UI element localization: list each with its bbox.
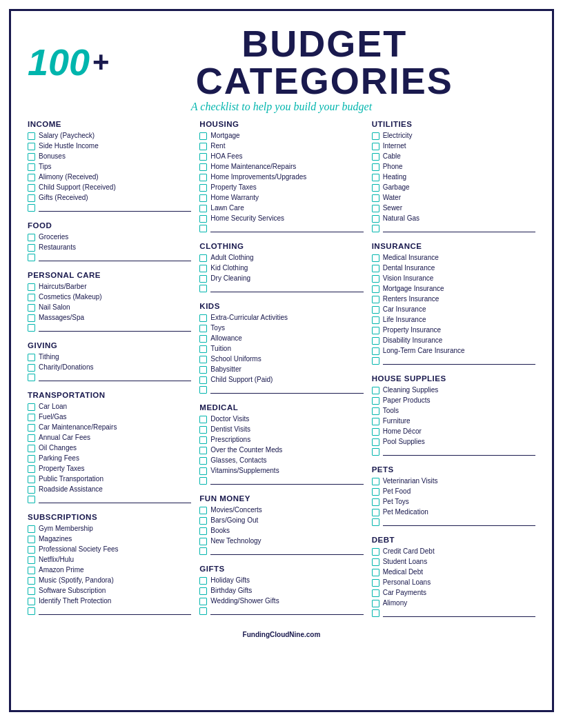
- list-item[interactable]: Car Loan: [28, 402, 191, 412]
- list-item[interactable]: Mortgage Insurance: [372, 284, 535, 294]
- checkbox-icon[interactable]: [28, 546, 35, 554]
- blank-checkbox[interactable]: [372, 357, 379, 365]
- list-item[interactable]: Gifts (Received): [28, 193, 191, 203]
- checkbox-icon[interactable]: [28, 153, 35, 161]
- checkbox-icon[interactable]: [28, 434, 35, 442]
- checkbox-icon[interactable]: [372, 275, 379, 283]
- checkbox-icon[interactable]: [28, 174, 35, 181]
- list-item[interactable]: Home Maintenance/Repairs: [199, 162, 363, 172]
- checkbox-icon[interactable]: [372, 407, 379, 415]
- blank-checkbox[interactable]: [199, 225, 207, 232]
- list-item[interactable]: Netflix/Hulu: [28, 555, 191, 565]
- list-item[interactable]: Nail Salon: [28, 303, 191, 312]
- blank-checkbox[interactable]: [372, 448, 379, 456]
- blank-checkbox[interactable]: [199, 547, 207, 555]
- checkbox-icon[interactable]: [372, 478, 379, 485]
- checkbox-icon[interactable]: [28, 587, 35, 595]
- list-item[interactable]: Pool Supplies: [372, 437, 535, 447]
- checkbox-icon[interactable]: [372, 397, 379, 405]
- checkbox-icon[interactable]: [199, 325, 207, 332]
- list-item[interactable]: New Technology: [199, 536, 363, 546]
- checkbox-icon[interactable]: [372, 569, 379, 576]
- checkbox-icon[interactable]: [372, 347, 379, 355]
- checkbox-icon[interactable]: [199, 587, 207, 595]
- list-item[interactable]: Personal Loans: [372, 578, 535, 587]
- checkbox-icon[interactable]: [28, 525, 35, 533]
- checkbox-icon[interactable]: [199, 153, 207, 161]
- checkbox-icon[interactable]: [372, 215, 379, 223]
- checkbox-icon[interactable]: [372, 153, 379, 161]
- list-item[interactable]: Home Security Services: [199, 214, 363, 223]
- list-item[interactable]: Car Insurance: [372, 305, 535, 314]
- list-item[interactable]: Tuition: [199, 344, 363, 354]
- list-item[interactable]: Alimony (Received): [28, 172, 191, 182]
- list-item[interactable]: Doctor Visits: [199, 414, 363, 424]
- list-item[interactable]: Credit Card Debt: [372, 547, 535, 556]
- list-item[interactable]: School Uniforms: [199, 354, 363, 364]
- blank-checkbox[interactable]: [372, 225, 379, 232]
- checkbox-icon[interactable]: [372, 418, 379, 425]
- list-item[interactable]: Software Subscription: [28, 586, 191, 596]
- checkbox-icon[interactable]: [372, 184, 379, 192]
- checkbox-icon[interactable]: [372, 296, 379, 303]
- list-item[interactable]: Car Payments: [372, 588, 535, 598]
- checkbox-icon[interactable]: [199, 457, 207, 465]
- checkbox-icon[interactable]: [199, 215, 207, 223]
- checkbox-icon[interactable]: [199, 436, 207, 444]
- list-item[interactable]: Furniture: [372, 416, 535, 426]
- list-item[interactable]: Bars/Going Out: [199, 516, 363, 525]
- checkbox-icon[interactable]: [199, 132, 207, 140]
- checkbox-icon[interactable]: [199, 366, 207, 374]
- checkbox-icon[interactable]: [28, 364, 35, 372]
- checkbox-icon[interactable]: [199, 507, 207, 514]
- blank-checkbox[interactable]: [199, 477, 207, 485]
- list-item[interactable]: Movies/Concerts: [199, 505, 363, 515]
- checkbox-icon[interactable]: [28, 143, 35, 150]
- checkbox-icon[interactable]: [372, 327, 379, 334]
- blank-checkbox[interactable]: [28, 254, 35, 261]
- list-item[interactable]: Side Hustle Income: [28, 141, 191, 151]
- checkbox-icon[interactable]: [372, 548, 379, 556]
- checkbox-icon[interactable]: [199, 184, 207, 192]
- list-item[interactable]: Rent: [199, 141, 363, 151]
- list-item[interactable]: Parking Fees: [28, 454, 191, 463]
- checkbox-icon[interactable]: [372, 285, 379, 293]
- list-item[interactable]: Paper Products: [372, 396, 535, 405]
- checkbox-icon[interactable]: [199, 143, 207, 150]
- list-item[interactable]: Pet Food: [372, 487, 535, 496]
- checkbox-icon[interactable]: [28, 354, 35, 361]
- checkbox-icon[interactable]: [199, 163, 207, 171]
- list-item[interactable]: Extra-Curricular Activities: [199, 313, 363, 323]
- checkbox-icon[interactable]: [28, 486, 35, 494]
- list-item[interactable]: Over the Counter Meds: [199, 445, 363, 455]
- list-item[interactable]: Allowance: [199, 334, 363, 343]
- list-item[interactable]: Vitamins/Supplements: [199, 466, 363, 476]
- list-item[interactable]: Long-Term Care Insurance: [372, 346, 535, 356]
- list-item[interactable]: Disability Insurance: [372, 336, 535, 345]
- checkbox-icon[interactable]: [28, 244, 35, 252]
- checkbox-icon[interactable]: [199, 447, 207, 454]
- list-item[interactable]: Home Warranty: [199, 193, 363, 203]
- checkbox-icon[interactable]: [199, 174, 207, 181]
- list-item[interactable]: Professional Society Fees: [28, 545, 191, 554]
- list-item[interactable]: Phone: [372, 162, 535, 172]
- checkbox-icon[interactable]: [372, 337, 379, 345]
- checkbox-icon[interactable]: [372, 316, 379, 324]
- list-item[interactable]: Property Taxes: [199, 183, 363, 192]
- checkbox-icon[interactable]: [199, 345, 207, 353]
- checkbox-icon[interactable]: [28, 577, 35, 585]
- checkbox-icon[interactable]: [28, 283, 35, 291]
- checkbox-icon[interactable]: [199, 517, 207, 525]
- blank-checkbox[interactable]: [199, 386, 207, 394]
- checkbox-icon[interactable]: [372, 143, 379, 150]
- list-item[interactable]: Cleaning Supplies: [372, 385, 535, 395]
- list-item[interactable]: Prescriptions: [199, 435, 363, 445]
- blank-checkbox[interactable]: [199, 285, 207, 292]
- list-item[interactable]: Property Insurance: [372, 325, 535, 335]
- list-item[interactable]: Glasses, Contacts: [199, 456, 363, 465]
- list-item[interactable]: Public Transportation: [28, 474, 191, 484]
- checkbox-icon[interactable]: [28, 132, 35, 140]
- checkbox-icon[interactable]: [372, 174, 379, 181]
- checkbox-icon[interactable]: [199, 194, 207, 202]
- list-item[interactable]: Annual Car Fees: [28, 433, 191, 443]
